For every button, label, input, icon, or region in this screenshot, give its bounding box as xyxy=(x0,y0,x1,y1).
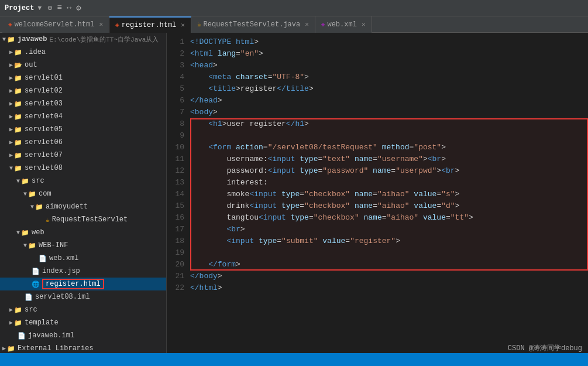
line-number: 4 xyxy=(167,71,184,83)
code-line: </form> xyxy=(190,259,588,271)
line-number: 6 xyxy=(167,95,184,107)
sidebar-root[interactable]: ▼📁javawebE:\code\姜擂鱼的TT~自学Java从入 xyxy=(0,33,166,46)
code-line: <br> xyxy=(190,224,588,235)
sidebar-item[interactable]: 📄index.jsp xyxy=(0,265,166,278)
file-icon: 📄 xyxy=(18,332,26,340)
tree-arrow: ▶ xyxy=(9,87,13,94)
line-numbers: 12345678910111213141516171819202122 xyxy=(167,35,190,351)
bottom-bar xyxy=(0,353,588,366)
line-number: 5 xyxy=(167,83,184,95)
line-number: 10 xyxy=(167,142,184,153)
root-arrow: ▼ xyxy=(2,36,6,43)
sidebar-item[interactable]: ▶📁servlet06 xyxy=(0,136,166,149)
tab-close[interactable]: ✕ xyxy=(181,21,185,29)
line-number: 3 xyxy=(167,60,184,71)
sidebar-item[interactable]: ▶📁.idea xyxy=(0,46,166,59)
tab-icon: ◈ xyxy=(321,20,325,28)
code-line: <meta charset="UTF-8"> xyxy=(190,71,588,83)
sidebar-item[interactable]: ▼📁web xyxy=(0,226,166,239)
root-label: javaweb xyxy=(18,35,47,43)
file-icon: 📁 xyxy=(14,152,22,159)
sidebar-item-label: servlet05 xyxy=(25,125,63,134)
sidebar-item[interactable]: ▼📁src xyxy=(0,175,166,187)
tab-RequestTestServlet[interactable]: ☕ RequestTestServlet.java ✕ xyxy=(191,16,315,33)
line-number: 9 xyxy=(167,130,184,142)
sidebar-item-label: aimoyudett xyxy=(46,203,88,211)
sidebar-item[interactable]: 🌐register.html xyxy=(0,278,166,290)
code-line: interest: xyxy=(190,177,588,189)
line-number: 21 xyxy=(167,271,184,282)
sidebar-item-label: WEB-INF xyxy=(39,241,68,249)
top-bar-left: Project ▼ xyxy=(5,4,42,12)
tree-arrow: ▼ xyxy=(9,165,13,172)
tab-register[interactable]: ◈ register.html ✕ xyxy=(109,16,191,33)
top-bar: Project ▼ ⊕ ≡ ↔ ⚙ xyxy=(0,0,588,16)
tab-close[interactable]: ✕ xyxy=(99,20,103,28)
tab-icon: ◈ xyxy=(115,21,119,29)
watermark: CSDN @涛涛同学debug xyxy=(508,343,582,353)
sidebar-item[interactable]: ▼📁WEB-INF xyxy=(0,239,166,252)
file-icon: ☕ xyxy=(46,216,50,224)
tree-arrow: ▼ xyxy=(16,230,20,236)
sidebar-item-label: servlet02 xyxy=(25,87,63,95)
tab-close[interactable]: ✕ xyxy=(362,20,366,28)
tree-arrow: ▶ xyxy=(9,100,13,107)
tab-welcomeServlet[interactable]: ◈ welcomeServlet.html ✕ xyxy=(2,16,109,33)
line-number: 18 xyxy=(167,235,184,247)
tree-arrow: ▼ xyxy=(23,191,27,197)
sidebar-item-label: servlet01 xyxy=(25,74,63,82)
file-icon: 📁 xyxy=(28,190,36,198)
editor: 12345678910111213141516171819202122 <!DO… xyxy=(167,33,588,353)
sidebar-item[interactable]: ▼📁servlet08 xyxy=(0,162,166,175)
sidebar-item[interactable]: ▶📁src xyxy=(0,303,166,316)
sidebar-item[interactable]: ▶📁servlet01 xyxy=(0,71,166,84)
tree-arrow: ▶ xyxy=(9,61,13,69)
sidebar-item[interactable]: ☕RequestTestServlet xyxy=(0,213,166,226)
tree-arrow: ▶ xyxy=(9,306,13,313)
code-line xyxy=(190,247,588,259)
list-icon[interactable]: ≡ xyxy=(57,3,61,13)
sidebar-item-label: servlet03 xyxy=(25,100,63,108)
expand-icon[interactable]: ↔ xyxy=(67,3,71,13)
sidebar-item[interactable]: ▶📂out xyxy=(0,59,166,71)
sidebar-item[interactable]: ▶📁External Libraries xyxy=(0,342,166,353)
file-icon: 📁 xyxy=(14,306,22,314)
editor-content[interactable]: 12345678910111213141516171819202122 <!DO… xyxy=(167,33,588,353)
sidebar-item[interactable]: ▶📁servlet05 xyxy=(0,123,166,136)
sidebar-item[interactable]: 📄servlet08.iml xyxy=(0,290,166,303)
sidebar-item-label: servlet08.iml xyxy=(35,293,90,301)
code-line: </html> xyxy=(190,282,588,294)
sidebar-item[interactable]: ▶📁template xyxy=(0,316,166,329)
file-icon: 📄 xyxy=(32,268,40,275)
file-icon: 📁 xyxy=(21,229,29,237)
file-icon: 📁 xyxy=(14,139,22,146)
settings-icon[interactable]: ⚙ xyxy=(76,3,81,13)
root-path: E:\code\姜擂鱼的TT~自学Java从入 xyxy=(49,35,159,44)
code-line: drink<input type="checkbox" name="aihao"… xyxy=(190,200,588,212)
tab-webxml[interactable]: ◈ web.xml ✕ xyxy=(315,16,372,33)
tree-arrow: ▼ xyxy=(23,242,27,249)
line-number: 8 xyxy=(167,118,184,130)
tree-arrow: ▶ xyxy=(9,49,13,56)
sidebar-item[interactable]: ▼📁aimoyudett xyxy=(0,200,166,213)
sidebar-item[interactable]: 📄web.xml xyxy=(0,252,166,265)
sync-icon[interactable]: ⊕ xyxy=(47,3,52,13)
tab-close[interactable]: ✕ xyxy=(305,20,309,28)
sidebar-item[interactable]: ▶📁servlet03 xyxy=(0,97,166,110)
dropdown-icon[interactable]: ▼ xyxy=(37,5,42,12)
sidebar-item[interactable]: ▶📁servlet04 xyxy=(0,110,166,123)
file-icon: 📁 xyxy=(35,203,43,211)
sidebar-item[interactable]: ▶📁servlet02 xyxy=(0,84,166,97)
sidebar-item[interactable]: ▼📁com xyxy=(0,187,166,200)
sidebar-item[interactable]: ▶📁servlet07 xyxy=(0,149,166,162)
tab-label: welcomeServlet.html xyxy=(15,20,95,29)
tree-arrow: ▼ xyxy=(16,178,20,184)
sidebar-item-label: servlet06 xyxy=(25,138,63,146)
code-line: <h1>user register</h1> xyxy=(190,118,588,130)
tree-arrow: ▼ xyxy=(30,204,34,210)
root-folder-icon: 📁 xyxy=(7,36,15,43)
tree-arrow: ▶ xyxy=(9,319,13,326)
project-label[interactable]: Project xyxy=(5,4,34,12)
top-bar-icons: ⊕ ≡ ↔ ⚙ xyxy=(47,3,81,13)
sidebar-item[interactable]: 📄javaweb.iml xyxy=(0,329,166,342)
